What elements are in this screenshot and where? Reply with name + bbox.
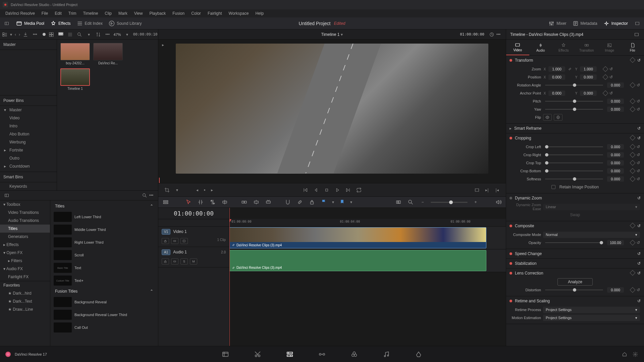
sound-library-toggle[interactable]: Sound Library (109, 20, 142, 26)
step-back2-icon[interactable]: |◂ (494, 187, 500, 193)
zoom-in-icon[interactable]: + (472, 198, 480, 206)
crop-top-slider[interactable] (545, 163, 603, 163)
keyframe-icon[interactable] (630, 240, 636, 246)
nav-back-icon[interactable]: ‹ (15, 31, 16, 38)
media-pool-toggle[interactable]: Media Pool (16, 20, 44, 26)
reset-icon[interactable]: ↺ (637, 107, 640, 112)
keyframe-icon[interactable] (630, 107, 636, 112)
bin-item[interactable]: Abo Button (0, 130, 57, 138)
volume-icon[interactable] (494, 198, 502, 206)
fx-item[interactable]: Scroll (52, 249, 157, 261)
keyframe-icon[interactable] (603, 90, 608, 96)
loop-icon[interactable] (356, 187, 362, 193)
reset-icon[interactable]: ↺ (637, 126, 641, 131)
fx-nav-item[interactable]: Video Transitions (0, 208, 50, 217)
video-track-header[interactable]: V1 Video 1 1 Clip (158, 227, 229, 247)
dots-icon[interactable]: ••• (33, 32, 37, 37)
distortion-slider[interactable] (545, 290, 603, 290)
sync-icon[interactable] (488, 31, 495, 38)
bin-item[interactable]: ▾Master (0, 106, 57, 114)
menu-item[interactable]: Workspace (225, 11, 252, 16)
program-viewer[interactable]: ▸ (158, 40, 506, 178)
reset-icon[interactable]: ↺ (637, 136, 641, 140)
expand-out-icon[interactable]: ▸ (160, 42, 166, 48)
bin-item[interactable]: Outro (0, 154, 57, 162)
crop-icon[interactable] (164, 187, 170, 193)
menu-item[interactable]: View (131, 11, 146, 16)
color-page-icon[interactable] (349, 349, 360, 360)
timeline-view-icon[interactable] (162, 198, 170, 206)
menu-item[interactable]: File (38, 11, 51, 16)
search-icon[interactable] (141, 192, 148, 199)
chevron-down-icon[interactable]: ▾ (86, 31, 92, 38)
section-lens-correction[interactable]: Lens Correction↺ (506, 268, 644, 278)
sort-icon[interactable] (95, 31, 102, 38)
disable-icon[interactable] (180, 238, 188, 244)
zoom-x[interactable]: 1.000 (548, 66, 565, 72)
fx-item[interactable]: Custom TitleText+ (52, 274, 157, 287)
reset-icon[interactable]: ↺ (637, 261, 641, 266)
stop-icon[interactable] (323, 187, 330, 193)
section-stabilization[interactable]: Stabilization↺ (506, 259, 644, 268)
bin-item[interactable]: Keywords (0, 182, 57, 190)
lock-icon[interactable] (162, 238, 169, 244)
step-back-icon[interactable] (313, 187, 319, 193)
reset-icon[interactable]: ↺ (637, 196, 641, 200)
reset-icon[interactable]: ↺ (637, 161, 640, 165)
anchor-y[interactable]: 0.000 (580, 90, 597, 96)
reset-icon[interactable]: ↺ (637, 58, 641, 63)
timeline-name[interactable]: Timeline 1 ▾ (321, 32, 343, 37)
root-bin[interactable]: Master (0, 40, 57, 50)
section-composite[interactable]: Composite↺ (506, 221, 644, 231)
clip-thumbnail[interactable]: boy-24202... (60, 43, 90, 65)
grid-icon[interactable] (57, 31, 64, 38)
keyframe-icon[interactable] (630, 168, 636, 174)
reset-icon[interactable]: ↺ (637, 169, 640, 173)
keyframe-icon[interactable] (630, 152, 636, 158)
fx-nav-item[interactable]: ▾ Toolbox (0, 200, 50, 208)
viewer-scrubber[interactable] (158, 178, 506, 183)
reset-icon[interactable]: ↺ (637, 288, 640, 292)
go-start-icon[interactable] (302, 187, 309, 193)
menu-item[interactable]: Help (252, 11, 267, 16)
zoom-out-icon[interactable]: − (419, 198, 427, 206)
pitch-slider[interactable] (545, 101, 603, 102)
auto-select-icon[interactable] (171, 258, 178, 264)
reset-icon[interactable]: ↺ (609, 67, 613, 71)
deliver-page-icon[interactable] (413, 349, 424, 360)
solo-button[interactable]: S (180, 258, 188, 264)
section-transform[interactable]: Transform↺ (506, 56, 644, 65)
video-clip[interactable]: DaVinci Resolve Clips (3).mp4 (229, 227, 486, 248)
reset-icon[interactable]: ↺ (637, 99, 640, 104)
keyframe-icon[interactable] (630, 223, 636, 229)
fx-item[interactable]: Middle Lower Third (52, 223, 157, 236)
flip-v-button[interactable] (554, 114, 562, 121)
reset-icon[interactable]: ↺ (637, 153, 640, 157)
fx-nav-item[interactable]: Generators (0, 233, 50, 241)
chevron-down-icon[interactable]: ▾ (10, 31, 12, 38)
keyframe-icon[interactable] (630, 270, 636, 276)
keyframe-icon[interactable] (630, 160, 636, 166)
bin-item[interactable]: Video (0, 114, 57, 122)
fullscreen-icon[interactable] (634, 20, 641, 27)
more-icon[interactable]: ••• (104, 31, 111, 38)
reset-icon[interactable]: ↺ (637, 299, 641, 303)
keyframe-icon[interactable] (603, 74, 608, 80)
blade-tool-icon[interactable] (221, 198, 229, 206)
menu-item[interactable]: Color (188, 11, 204, 16)
keyframe-icon[interactable] (630, 135, 636, 141)
menu-item[interactable]: Edit (51, 11, 65, 16)
fx-fav-item[interactable]: ★ Dark...Text (0, 297, 50, 305)
reset-icon[interactable]: ↺ (609, 75, 613, 79)
search-icon[interactable] (76, 31, 83, 38)
pos-y[interactable]: 0.000 (580, 74, 597, 80)
keyframe-icon[interactable] (630, 144, 636, 150)
fx-item[interactable]: Call Out (52, 321, 157, 334)
play-icon[interactable] (334, 187, 341, 193)
zoom-y[interactable]: 1.000 (580, 66, 597, 72)
menu-item[interactable]: Fusion (169, 11, 188, 16)
menu-item[interactable]: Trim (65, 11, 80, 16)
inspector-toggle[interactable]: Inspector (603, 20, 628, 26)
audio-track-header[interactable]: A1 Audio 1 2.0 S M (158, 247, 229, 267)
settings-icon[interactable] (632, 351, 639, 358)
